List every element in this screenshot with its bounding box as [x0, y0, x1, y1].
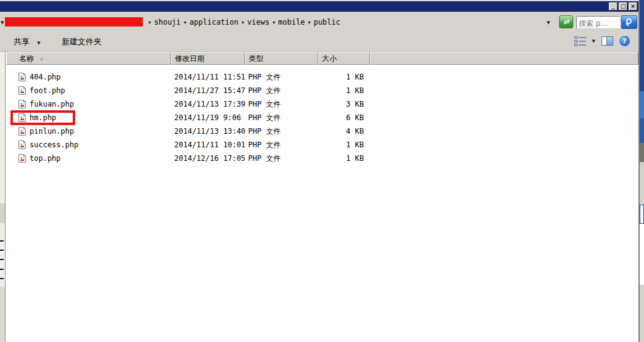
titlebar[interactable]: _ □ × — [0, 1, 638, 12]
close-button[interactable]: × — [629, 2, 637, 10]
file-type: PHP 文件 — [248, 84, 281, 97]
file-row[interactable]: pinlun.php 2014/11/13 13:40 PHP 文件 4 KB — [6, 124, 638, 138]
column-header-filler — [370, 52, 638, 65]
file-name: top.php — [30, 152, 61, 165]
sort-ascending-icon: ▲ — [40, 56, 43, 61]
breadcrumb-separator-icon: ▼ — [241, 20, 244, 25]
php-file-icon — [17, 99, 27, 109]
breadcrumb-item-public[interactable]: public — [313, 18, 340, 26]
php-file-icon — [17, 113, 27, 123]
file-list-pane: 名称 ▲ 修改日期 类型 大小 404.php 2014/11/11 11:51… — [0, 52, 638, 342]
address-bar: ▼ ▼shouji▼application▼views▼mobile▼publi… — [0, 12, 638, 32]
background-window-left-sliver — [0, 52, 6, 342]
file-size: 4 KB — [318, 124, 370, 138]
command-toolbar: 共享 ▼ 新建文件夹 ▼ ? — [0, 32, 638, 52]
file-type: PHP 文件 — [248, 70, 281, 84]
column-header-type[interactable]: 类型 — [245, 52, 318, 65]
share-button[interactable]: 共享 ▼ — [14, 36, 41, 47]
file-modified-date: 2014/11/11 10:01 — [174, 138, 246, 152]
file-modified-date: 2014/11/13 13:40 — [174, 124, 246, 138]
list-column-headers: 名称 ▲ 修改日期 类型 大小 — [6, 52, 638, 65]
breadcrumb-item-shouji[interactable]: shouji — [154, 18, 180, 26]
breadcrumb-separator-icon: ▼ — [184, 20, 187, 25]
file-row[interactable]: foot.php 2014/11/27 15:47 PHP 文件 1 KB — [6, 84, 638, 97]
maximize-button[interactable]: □ — [619, 2, 627, 10]
breadcrumb-separator-icon: ▼ — [148, 20, 151, 25]
php-file-icon — [17, 72, 27, 82]
help-icon[interactable]: ? — [619, 36, 630, 46]
minimize-button[interactable]: _ — [609, 2, 618, 10]
file-row[interactable]: top.php 2014/12/16 17:05 PHP 文件 1 KB — [6, 152, 638, 165]
column-header-size[interactable]: 大小 — [318, 52, 370, 65]
column-header-name[interactable]: 名称 ▲ — [6, 52, 171, 65]
file-row[interactable]: 404.php 2014/11/11 11:51 PHP 文件 1 KB — [6, 70, 638, 84]
refresh-button[interactable]: ⇄ — [559, 15, 573, 28]
file-type: PHP 文件 — [248, 152, 281, 165]
share-label: 共享 — [14, 37, 30, 46]
file-type: PHP 文件 — [248, 111, 281, 124]
address-dropdown-caret-icon[interactable]: ▼ — [1, 20, 4, 25]
file-size: 1 KB — [318, 70, 370, 84]
file-size: 3 KB — [318, 97, 370, 111]
change-view-icon[interactable] — [574, 36, 586, 46]
file-modified-date: 2014/11/27 15:47 — [174, 84, 246, 97]
file-name: hm.php — [30, 111, 56, 124]
php-file-icon — [17, 126, 27, 136]
file-size: 1 KB — [318, 84, 370, 97]
file-size: 1 KB — [318, 138, 370, 152]
file-row[interactable]: success.php 2014/11/11 10:01 PHP 文件 1 KB — [6, 138, 638, 152]
window-controls: _ □ × — [609, 2, 637, 10]
explorer-window: _ □ × ▼ ▼shouji▼application▼views▼mobile… — [0, 0, 640, 342]
php-file-icon — [17, 153, 27, 163]
file-row[interactable]: hm.php 2014/11/19 9:06 PHP 文件 6 KB — [6, 111, 638, 124]
breadcrumb: ▼shouji▼application▼views▼mobile▼public — [145, 18, 340, 26]
search-icon — [626, 18, 632, 24]
toolbar-right-group: ▼ ? — [574, 36, 630, 46]
redacted-path-annotation — [5, 17, 143, 26]
php-file-icon — [17, 140, 27, 150]
breadcrumb-item-views[interactable]: views — [248, 18, 270, 26]
view-caret-icon[interactable]: ▼ — [592, 39, 595, 44]
search-button[interactable] — [621, 15, 637, 29]
file-name: success.php — [30, 138, 78, 152]
file-modified-date: 2014/11/19 9:06 — [174, 111, 241, 124]
preview-pane-icon[interactable] — [602, 36, 613, 46]
php-file-icon — [17, 86, 27, 96]
breadcrumb-item-application[interactable]: application — [190, 18, 238, 26]
breadcrumb-separator-icon: ▼ — [273, 20, 275, 25]
share-caret-icon: ▼ — [37, 41, 40, 46]
breadcrumb-separator-icon: ▼ — [308, 20, 310, 25]
column-header-modified[interactable]: 修改日期 — [171, 52, 245, 65]
file-name: foot.php — [30, 84, 65, 97]
file-size: 1 KB — [318, 152, 370, 165]
search-box — [576, 16, 620, 28]
breadcrumb-item-mobile[interactable]: mobile — [278, 18, 305, 26]
file-name: fukuan.php — [30, 97, 74, 111]
background-window-right-sliver — [640, 0, 644, 342]
file-name: 404.php — [30, 70, 61, 84]
column-header-name-label: 名称 — [19, 54, 34, 63]
file-list: 404.php 2014/11/11 11:51 PHP 文件 1 KB foo… — [6, 70, 638, 165]
file-name: pinlun.php — [30, 124, 74, 138]
file-type: PHP 文件 — [248, 97, 281, 111]
file-row[interactable]: fukuan.php 2014/11/13 17:39 PHP 文件 3 KB — [6, 97, 638, 111]
file-modified-date: 2014/11/11 11:51 — [174, 70, 246, 84]
search-input[interactable] — [577, 18, 619, 29]
file-modified-date: 2014/11/13 17:39 — [174, 97, 246, 111]
file-type: PHP 文件 — [248, 138, 281, 152]
file-size: 6 KB — [318, 111, 370, 124]
address-history-caret-icon[interactable]: ▼ — [547, 20, 550, 25]
file-type: PHP 文件 — [248, 124, 281, 138]
new-folder-button[interactable]: 新建文件夹 — [62, 36, 102, 47]
file-modified-date: 2014/12/16 17:05 — [174, 152, 246, 165]
